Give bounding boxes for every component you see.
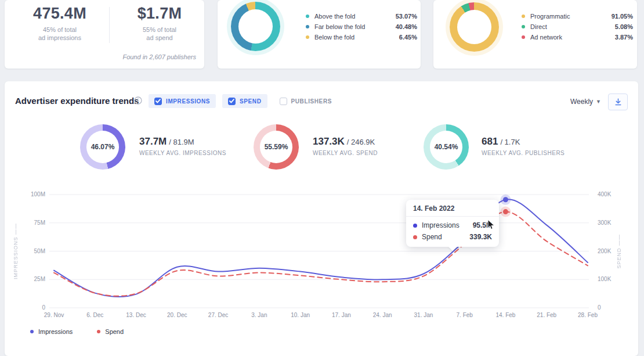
- y-tick-label-left: 0: [21, 304, 45, 311]
- spend-gauge: 55.59%: [254, 124, 299, 170]
- period-dropdown[interactable]: Weekly ▼: [570, 98, 601, 106]
- filter-publishers[interactable]: PUBLISHERS: [274, 94, 338, 108]
- x-axis-labels: 29. Nov6. Dec13. Dec20. Dec27. Dec3. Jan…: [49, 312, 589, 320]
- gauge-value: 137.3K: [313, 136, 345, 147]
- info-icon[interactable]: [134, 96, 142, 105]
- tooltip-title: 14. Feb 2022: [406, 200, 499, 217]
- chevron-down-icon: ▼: [596, 99, 601, 105]
- series-dot: [413, 224, 417, 228]
- legend-dot: [522, 15, 525, 18]
- y-tick-label-right: 400K: [598, 191, 611, 197]
- x-tick-label: 29. Nov: [44, 312, 64, 318]
- tooltip-pointer: [448, 246, 457, 251]
- gauge-value: 681: [482, 136, 498, 147]
- y-tick-label-right: 200K: [598, 248, 611, 254]
- download-icon: [614, 98, 623, 106]
- period-value: Weekly: [570, 98, 593, 106]
- traffic-type-card: Programmatic 91.05% Direct 5.08% Ad netw…: [433, 0, 637, 69]
- legend-dot: [306, 15, 309, 18]
- y-tick-label-left: 25M: [21, 276, 45, 282]
- checkbox-icon: [228, 98, 236, 105]
- legend-spend[interactable]: Spend: [97, 328, 124, 335]
- impressions-caption-2: ad impressions: [38, 34, 81, 41]
- x-tick-label: 20. Dec: [167, 312, 187, 318]
- legend-dot: [522, 35, 525, 39]
- gauge-value: 37.7M: [139, 136, 167, 147]
- legend-item: Below the fold 6.45%: [306, 32, 417, 42]
- x-tick-label: 10. Jan: [291, 312, 310, 318]
- legend-item: Programmatic 91.05%: [522, 11, 633, 21]
- spend-value: $1.7M: [116, 5, 203, 23]
- legend-dot: [306, 35, 309, 39]
- tooltip-row-impressions: Impressions 95.5M: [406, 220, 499, 231]
- checkbox-icon: [280, 98, 287, 105]
- panel-title: Advertiser expenditure trends: [15, 96, 139, 106]
- gauge-label: WEEKLY AVG. PUBLISHERS: [482, 150, 565, 156]
- y-axis-title-left: IMPRESSIONS ——: [12, 192, 20, 311]
- legend-item: Above the fold 53.07%: [306, 11, 417, 21]
- series-line-spend[interactable]: [54, 212, 588, 296]
- trend-line-chart[interactable]: [49, 192, 589, 314]
- series-dot: [413, 235, 417, 239]
- x-tick-label: 14. Feb: [495, 312, 515, 318]
- marker-dot-impressions[interactable]: [503, 197, 508, 202]
- legend-item: Direct 5.08%: [522, 21, 633, 32]
- checkbox-icon: [154, 98, 162, 105]
- summary-card: 475.4M 45% of total ad impressions $1.7M…: [5, 0, 204, 69]
- y-tick-label-right: 0: [598, 304, 601, 311]
- y-tick-label-left: 50M: [21, 248, 45, 254]
- gauge-label: WEEKLY AVG. IMPRESSIONS: [139, 150, 226, 156]
- legend-dot: [306, 25, 309, 28]
- legend-dot: [522, 25, 525, 28]
- chart-legend: Impressions Spend: [30, 328, 124, 335]
- y-tick-label-right: 100K: [598, 276, 611, 282]
- x-tick-label: 21. Feb: [537, 312, 556, 318]
- spend-caption-1: 55% of total: [143, 26, 176, 33]
- fold-position-card: Above the fold 53.07% Far below the fold…: [218, 0, 421, 69]
- legend-item: Ad network 3.87%: [522, 32, 633, 42]
- filter-spend[interactable]: SPEND: [222, 94, 267, 108]
- marker-dot-spend[interactable]: [503, 209, 508, 214]
- impressions-caption-1: 45% of total: [43, 26, 77, 33]
- total-spend-stat: $1.7M 55% of total ad spend: [116, 5, 203, 42]
- spend-caption-2: ad spend: [146, 34, 172, 41]
- adclarity-dashboard: 475.4M 45% of total ad impressions $1.7M…: [0, 0, 644, 356]
- x-tick-label: 27. Dec: [208, 312, 228, 318]
- total-impressions-stat: 475.4M 45% of total ad impressions: [16, 5, 103, 42]
- filter-impressions[interactable]: IMPRESSIONS: [149, 94, 216, 108]
- legend-impressions[interactable]: Impressions: [30, 328, 73, 335]
- publishers-footnote: Found in 2,607 publishers: [122, 53, 196, 60]
- tooltip-row-spend: Spend 339.3K: [406, 231, 499, 243]
- x-tick-label: 7. Feb: [457, 312, 473, 318]
- gauge-total: / 1.7K: [500, 138, 520, 146]
- x-tick-label: 17. Jan: [332, 312, 351, 318]
- impressions-value: 475.4M: [16, 5, 103, 23]
- legend-item: Far below the fold 40.48%: [306, 21, 417, 32]
- publishers-gauge: 40.54%: [424, 124, 469, 170]
- advertiser-expenditure-panel: Advertiser expenditure trends IMPRESSION…: [5, 81, 638, 356]
- x-tick-label: 6. Dec: [86, 312, 103, 318]
- y-tick-label-left: 100M: [21, 191, 45, 197]
- series-filters: IMPRESSIONS SPEND PUBLISHERS: [149, 94, 338, 108]
- fold-donut-chart: [231, 2, 280, 51]
- impressions-gauge: 46.07%: [80, 124, 125, 170]
- gauge-total: / 81.9M: [169, 138, 194, 146]
- x-tick-label: 3. Jan: [251, 312, 267, 318]
- gauge-total: / 246.9K: [347, 138, 375, 146]
- gauge-label: WEEKLY AVG. SPEND: [313, 150, 378, 156]
- legend-dot: [30, 330, 34, 333]
- legend-dot: [97, 330, 100, 333]
- x-tick-label: 24. Jan: [373, 312, 392, 318]
- y-axis-right-labels: 0100K200K300K400K: [593, 192, 618, 314]
- y-axis-left-labels: 025M50M75M100M: [21, 192, 45, 314]
- x-tick-label: 13. Dec: [126, 312, 146, 318]
- divider: [109, 7, 110, 43]
- download-button[interactable]: [608, 94, 628, 110]
- x-tick-label: 28. Feb: [578, 312, 598, 318]
- y-tick-label-left: 75M: [21, 220, 45, 226]
- x-tick-label: 31. Jan: [414, 312, 433, 318]
- y-tick-label-right: 300K: [598, 220, 611, 226]
- traffic-donut-chart: [450, 2, 499, 52]
- mouse-cursor: [487, 220, 495, 232]
- chart-tooltip: 14. Feb 2022 Impressions 95.5M Spend 339…: [406, 200, 499, 247]
